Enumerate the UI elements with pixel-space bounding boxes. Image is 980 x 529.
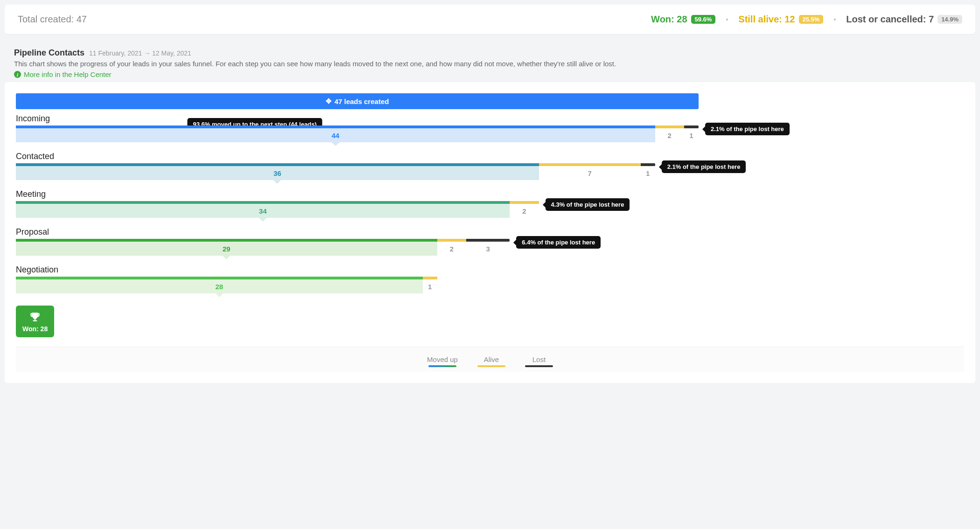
won-pct-badge: 59.6% <box>691 15 716 24</box>
summary-strip: Total created: 47 Won: 28 59.6% • Still … <box>5 5 975 34</box>
separator-dot: • <box>833 16 836 23</box>
moved-count: 36 <box>16 166 539 180</box>
stage-name: Proposal <box>16 227 964 237</box>
alive-metric: Still alive: 12 25.5% <box>738 14 823 25</box>
alive-count: 2 <box>437 242 466 256</box>
chart-title: Pipeline Contacts <box>14 48 84 57</box>
funnel-stage: Contacted 36 7 1 2.1% of the <box>16 152 964 180</box>
legend: Moved up Alive Lost <box>16 347 964 372</box>
stage-name: Meeting <box>16 189 964 199</box>
lost-tooltip: 2.1% of the pipe lost here <box>662 160 746 173</box>
total-created: Total created: 47 <box>18 14 651 25</box>
alive-count: 2 <box>655 128 684 142</box>
moved-count: 34 <box>16 204 510 218</box>
description-block: Pipeline Contacts 11 February, 2021 → 12… <box>5 41 975 82</box>
lost-tooltip: 4.3% of the pipe lost here <box>546 198 630 211</box>
stage-name: Negotiation <box>16 265 964 275</box>
funnel-stage: Incoming 93.6% moved up to the next step… <box>16 114 964 142</box>
alive-count: 7 <box>539 166 641 180</box>
funnel-stage: Proposal 29 2 3 6.4% of the <box>16 227 964 256</box>
funnel-header-bar: ✥ 47 leads created <box>16 93 699 109</box>
alive-count: 2 <box>510 204 539 218</box>
help-center-link[interactable]: i More info in the Help Center <box>14 70 112 78</box>
chart-description: This chart shows the progress of your le… <box>14 60 966 68</box>
lost-count: 1 <box>684 128 699 142</box>
trophy-icon <box>29 311 41 323</box>
lost-tooltip: 2.1% of the pipe lost here <box>705 123 790 135</box>
funnel-chart: ✥ 47 leads created Incoming 93.6% moved … <box>5 82 975 383</box>
total-value: 47 <box>77 14 87 24</box>
expand-icon: ✥ <box>326 97 332 105</box>
funnel-stage: Meeting 34 2 4.3% of the pi <box>16 189 964 218</box>
lost-pct-badge: 14.9% <box>938 15 962 24</box>
lost-count: 1 <box>641 166 655 180</box>
legend-moved-up: Moved up <box>427 355 458 367</box>
moved-count: 28 <box>16 279 423 293</box>
alive-pct-badge: 25.5% <box>799 15 824 24</box>
separator-dot: • <box>726 16 728 23</box>
legend-lost: Lost <box>525 355 553 367</box>
help-link-text: More info in the Help Center <box>24 70 112 78</box>
lost-tooltip: 6.4% of the pipe lost here <box>516 236 601 249</box>
funnel-header-text: 47 leads created <box>335 97 389 105</box>
info-icon: i <box>14 71 21 78</box>
won-metric: Won: 28 59.6% <box>651 14 715 25</box>
date-range: 11 February, 2021 → 12 May, 2021 <box>89 49 191 57</box>
moved-count: 29 <box>16 242 437 256</box>
won-box: Won: 28 <box>16 306 54 337</box>
lost-metric: Lost or cancelled: 7 14.9% <box>846 14 962 25</box>
moved-count: 44 <box>16 128 655 142</box>
alive-count: 1 <box>423 279 437 293</box>
legend-alive: Alive <box>477 355 505 367</box>
funnel-stage: Negotiation 28 1 <box>16 265 964 293</box>
lost-count: 3 <box>466 242 510 256</box>
stage-name: Incoming <box>16 114 964 124</box>
won-box-label: Won: 28 <box>22 325 48 333</box>
stage-name: Contacted <box>16 152 964 161</box>
total-label: Total created: <box>18 14 74 24</box>
